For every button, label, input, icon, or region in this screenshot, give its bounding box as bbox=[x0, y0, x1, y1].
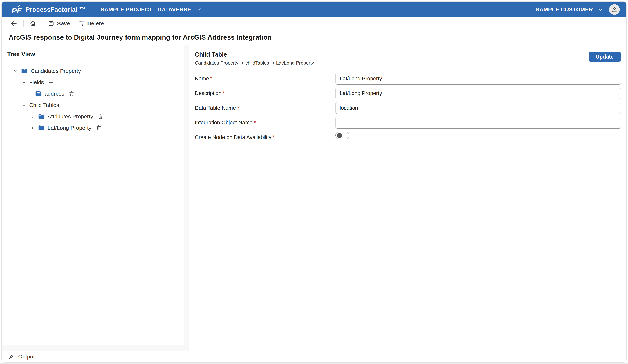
required-asterisk: * bbox=[223, 90, 225, 96]
field-label: Name* bbox=[195, 73, 335, 82]
page-bottom-strip bbox=[0, 363, 628, 364]
field-label: Create Node on Data Availability* bbox=[195, 131, 335, 140]
chevron-down-icon[interactable] bbox=[21, 103, 27, 108]
app-window: PF ProcessFactorial ™ SAMPLE PROJECT - D… bbox=[1, 1, 627, 363]
data-table-name-field[interactable] bbox=[335, 102, 621, 114]
processfactorial-logo-icon: PF bbox=[11, 4, 23, 15]
form-row-integration-object-name: Integration Object Name* bbox=[195, 117, 621, 129]
required-asterisk: * bbox=[237, 105, 239, 111]
form-list-icon bbox=[35, 90, 42, 97]
field-label: Integration Object Name* bbox=[195, 117, 335, 126]
page-title: ArcGIS response to Digital Journey form … bbox=[9, 34, 272, 41]
tree-item-label: Lat/Long Property bbox=[48, 125, 91, 131]
create-node-toggle[interactable] bbox=[335, 131, 349, 139]
output-label: Output bbox=[18, 354, 35, 360]
form-row-create-node: Create Node on Data Availability* bbox=[195, 131, 621, 140]
svg-text:PF: PF bbox=[11, 6, 22, 15]
folder-icon bbox=[38, 113, 45, 120]
add-child-table-button[interactable] bbox=[64, 102, 69, 108]
chevron-down-icon bbox=[598, 7, 604, 12]
top-navigation-bar: PF ProcessFactorial ™ SAMPLE PROJECT - D… bbox=[2, 2, 626, 17]
chevron-right-icon[interactable] bbox=[30, 125, 35, 130]
output-bar[interactable]: Output bbox=[2, 351, 626, 362]
brand-name: ProcessFactorial ™ bbox=[25, 6, 85, 13]
user-avatar[interactable] bbox=[609, 4, 620, 15]
field-label: Data Table Name* bbox=[195, 102, 335, 111]
tree-item-label: address bbox=[45, 91, 64, 97]
chevron-down-icon[interactable] bbox=[13, 69, 18, 73]
tree-view-title: Tree View bbox=[7, 51, 181, 58]
customer-selector[interactable]: SAMPLE CUSTOMER bbox=[536, 6, 604, 13]
required-asterisk: * bbox=[254, 120, 256, 125]
folder-icon bbox=[38, 124, 45, 131]
folder-icon bbox=[21, 67, 28, 74]
required-asterisk: * bbox=[273, 134, 275, 140]
toggle-knob bbox=[337, 133, 342, 138]
required-asterisk: * bbox=[210, 76, 212, 81]
tree-item-child-tables[interactable]: Child Tables bbox=[7, 99, 181, 111]
page-title-row: ArcGIS response to Digital Journey form … bbox=[2, 30, 626, 45]
breadcrumb: Candidates Property -> childTables -> La… bbox=[195, 60, 314, 66]
home-button[interactable] bbox=[25, 20, 41, 27]
project-selector-label: SAMPLE PROJECT - DATAVERSE bbox=[101, 6, 191, 13]
field-label: Description* bbox=[195, 87, 335, 96]
delete-button[interactable]: Delete bbox=[74, 20, 108, 27]
tree-item-label: Attributes Property bbox=[48, 113, 93, 120]
toolbar-divider bbox=[42, 20, 42, 27]
save-button[interactable]: Save bbox=[44, 20, 74, 27]
delete-button-label: Delete bbox=[87, 20, 104, 27]
topbar-divider bbox=[93, 5, 93, 14]
form-row-name: Name* bbox=[195, 73, 621, 85]
add-field-button[interactable] bbox=[48, 80, 54, 85]
chevron-right-icon[interactable] bbox=[30, 114, 35, 119]
pin-icon bbox=[8, 354, 14, 360]
name-field[interactable] bbox=[335, 73, 621, 85]
customer-selector-label: SAMPLE CUSTOMER bbox=[536, 6, 593, 13]
description-field[interactable] bbox=[335, 87, 621, 99]
delete-field-button[interactable] bbox=[69, 91, 74, 97]
tree-item-address[interactable]: address bbox=[7, 88, 181, 99]
delete-child-table-button[interactable] bbox=[97, 114, 103, 120]
tree-view-panel: Tree View Candidates Property bbox=[2, 45, 189, 351]
tree-item-attributes-property[interactable]: Attributes Property bbox=[7, 111, 181, 122]
delete-child-table-button[interactable] bbox=[96, 125, 101, 131]
child-table-panel: Child Table Candidates Property -> child… bbox=[189, 45, 626, 351]
tree-item-label: Child Tables bbox=[29, 102, 59, 108]
integration-object-name-field[interactable] bbox=[335, 117, 621, 129]
project-selector[interactable]: SAMPLE PROJECT - DATAVERSE bbox=[101, 6, 202, 13]
tree-item-candidates-property[interactable]: Candidates Property bbox=[7, 65, 181, 77]
trash-icon bbox=[78, 20, 85, 27]
form-row-data-table-name: Data Table Name* bbox=[195, 102, 621, 114]
tree-view-card: Tree View Candidates Property bbox=[2, 45, 184, 346]
chevron-down-icon bbox=[196, 7, 202, 12]
save-button-label: Save bbox=[57, 20, 70, 27]
tree-item-label: Candidates Property bbox=[31, 68, 81, 74]
panel-title: Child Table bbox=[195, 51, 314, 58]
toolbar: Save Delete bbox=[2, 17, 626, 30]
update-button[interactable]: Update bbox=[589, 52, 621, 62]
save-icon bbox=[48, 20, 55, 27]
tree-item-label: Fields bbox=[29, 79, 44, 85]
back-button[interactable] bbox=[6, 20, 22, 27]
tree-item-fields[interactable]: Fields bbox=[7, 77, 181, 88]
tree-item-lat-long-property[interactable]: Lat/Long Property bbox=[7, 122, 181, 133]
chevron-down-icon[interactable] bbox=[21, 80, 27, 85]
form-row-description: Description* bbox=[195, 87, 621, 99]
